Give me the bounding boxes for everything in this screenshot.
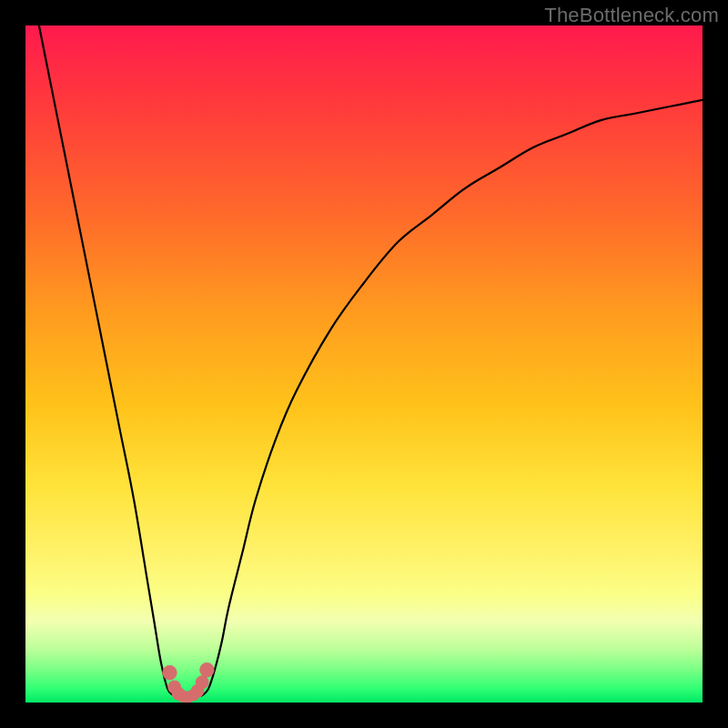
marker-dot <box>162 665 177 680</box>
watermark-text: TheBottleneck.com <box>544 4 719 27</box>
chart-svg <box>25 25 703 703</box>
marker-cluster <box>162 662 214 703</box>
bottleneck-curve <box>39 25 703 696</box>
curve-right-branch <box>201 100 703 696</box>
chart-frame <box>25 25 703 703</box>
marker-dot <box>199 662 214 677</box>
curve-left-branch <box>39 25 175 696</box>
marker-dot <box>196 675 209 689</box>
